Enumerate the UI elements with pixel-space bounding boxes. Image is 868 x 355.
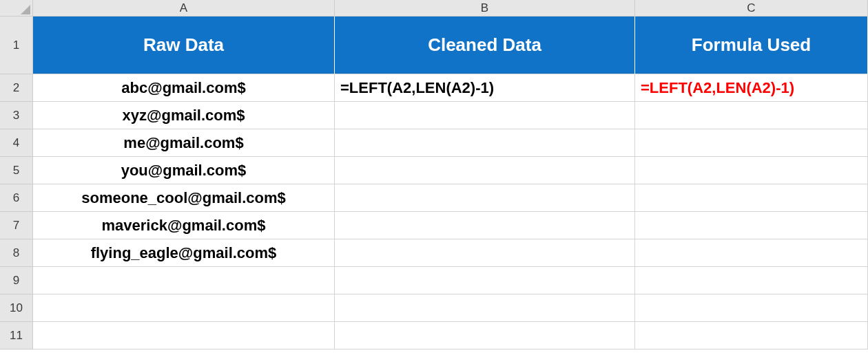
col-header-B[interactable]: B (335, 0, 635, 17)
spreadsheet-grid: A B C 1 Raw Data Cleaned Data Formula Us… (0, 0, 868, 349)
cell-B4[interactable] (335, 129, 635, 157)
cell-B8[interactable] (335, 239, 635, 267)
cell-B5[interactable] (335, 157, 635, 184)
cell-C2[interactable]: =LEFT(A2,LEN(A2)-1) (635, 74, 868, 102)
cell-C7[interactable] (635, 212, 868, 239)
cell-B10[interactable] (335, 294, 635, 322)
select-all-corner[interactable] (0, 0, 33, 17)
cell-B3[interactable] (335, 102, 635, 129)
row-header-11[interactable]: 11 (0, 322, 33, 349)
cell-C3[interactable] (635, 102, 868, 129)
cell-B6[interactable] (335, 184, 635, 212)
cell-C1[interactable]: Formula Used (635, 17, 868, 74)
row-header-8[interactable]: 8 (0, 239, 33, 267)
cell-B7[interactable] (335, 212, 635, 239)
row-header-5[interactable]: 5 (0, 157, 33, 184)
cell-C6[interactable] (635, 184, 868, 212)
row-header-7[interactable]: 7 (0, 212, 33, 239)
col-header-A[interactable]: A (33, 0, 335, 17)
formula-used-text: =LEFT(A2,LEN(A2)-1) (641, 79, 794, 97)
cell-A8[interactable]: flying_eagle@gmail.com$ (33, 239, 335, 267)
row-header-2[interactable]: 2 (0, 74, 33, 102)
row-header-1[interactable]: 1 (0, 17, 33, 74)
row-header-3[interactable]: 3 (0, 102, 33, 129)
cell-A9[interactable] (33, 267, 335, 294)
cell-A11[interactable] (33, 322, 335, 349)
cell-C11[interactable] (635, 322, 868, 349)
cell-C9[interactable] (635, 267, 868, 294)
cell-B1[interactable]: Cleaned Data (335, 17, 635, 74)
cell-C4[interactable] (635, 129, 868, 157)
row-header-9[interactable]: 9 (0, 267, 33, 294)
cell-C8[interactable] (635, 239, 868, 267)
row-header-4[interactable]: 4 (0, 129, 33, 157)
col-header-C[interactable]: C (635, 0, 868, 17)
row-header-6[interactable]: 6 (0, 184, 33, 212)
cell-A2[interactable]: abc@gmail.com$ (33, 74, 335, 102)
cell-A5[interactable]: you@gmail.com$ (33, 157, 335, 184)
row-header-10[interactable]: 10 (0, 294, 33, 322)
cell-B9[interactable] (335, 267, 635, 294)
cell-A10[interactable] (33, 294, 335, 322)
formula-text: =LEFT(A2,LEN(A2)-1) (340, 79, 494, 97)
cell-A7[interactable]: maverick@gmail.com$ (33, 212, 335, 239)
cell-A6[interactable]: someone_cool@gmail.com$ (33, 184, 335, 212)
cell-C10[interactable] (635, 294, 868, 322)
cell-B11[interactable] (335, 322, 635, 349)
cell-B2[interactable]: =LEFT(A2,LEN(A2)-1) (335, 74, 635, 102)
cell-A1[interactable]: Raw Data (33, 17, 335, 74)
cell-A3[interactable]: xyz@gmail.com$ (33, 102, 335, 129)
cell-C5[interactable] (635, 157, 868, 184)
cell-A4[interactable]: me@gmail.com$ (33, 129, 335, 157)
